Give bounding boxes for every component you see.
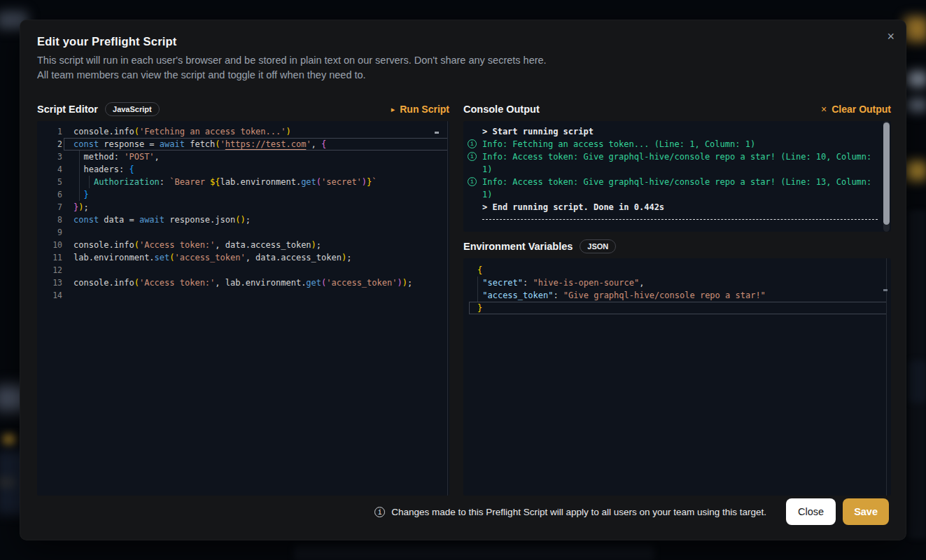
console-header: Console Output × Clear Output [463, 101, 891, 118]
console-entry-text: Info: Fetching an access token... (Line:… [482, 138, 878, 150]
overview-ruler-mark [435, 132, 439, 134]
indent-guide [477, 276, 478, 302]
console-entry-text: > End running script. Done in 0.442s [482, 201, 878, 214]
line-number: 1 [37, 125, 62, 138]
script-editor-heading: Script Editor [37, 104, 98, 115]
code-line[interactable]: 13console.info('Access token:', lab.envi… [37, 276, 449, 289]
line-number: 11 [37, 251, 62, 264]
script-editor[interactable]: 1console.info('Fetching an access token.… [37, 121, 449, 496]
background-blur-shape [3, 434, 15, 445]
run-script-button[interactable]: ▸ Run Script [391, 104, 449, 115]
line-number: 6 [37, 188, 62, 201]
editor-scroll-track [886, 258, 887, 496]
code-line[interactable]: 4 headers: { [37, 163, 449, 176]
line-number: 7 [37, 201, 62, 214]
environment-variables-header: Environment Variables JSON [463, 238, 891, 255]
script-editor-header: Script Editor JavaScript ▸ Run Script [37, 101, 449, 118]
line-number: 3 [37, 150, 62, 163]
info-icon: i [468, 152, 477, 161]
clear-output-button[interactable]: × Clear Output [821, 104, 891, 115]
close-button[interactable]: Close [786, 498, 836, 525]
play-icon: ▸ [391, 105, 395, 114]
console-separator-row [463, 214, 891, 220]
console-entry: iInfo: Access token: Give graphql-hive/c… [463, 150, 891, 176]
clear-output-label: Clear Output [832, 104, 891, 115]
console-entry-text: Info: Access token: Give graphql-hive/co… [482, 176, 878, 201]
env-line[interactable]: } [463, 302, 891, 314]
console-entry: iInfo: Fetching an access token... (Line… [463, 138, 891, 150]
console-entry-text: > Start running script [482, 125, 878, 138]
line-number: 2 [37, 138, 62, 150]
clear-icon: × [821, 104, 827, 115]
background-blur-shape [907, 71, 926, 87]
line-number: 10 [37, 239, 62, 251]
console-separator [482, 219, 878, 220]
line-number: 5 [37, 176, 62, 188]
footer-note-text: Changes made to this Preflight Script wi… [391, 507, 766, 517]
background-blur-shape [294, 545, 654, 560]
preflight-script-modal: × Edit your Preflight Script This script… [20, 20, 906, 540]
modal-description-line2: All team members can view the script and… [37, 69, 366, 80]
background-blur-shape [906, 161, 926, 181]
info-icon: i [468, 139, 477, 148]
code-line[interactable]: 14 [37, 289, 449, 302]
info-icon: i [374, 507, 385, 517]
background-blur-shape [907, 99, 926, 111]
info-icon: i [468, 177, 477, 186]
run-script-label: Run Script [400, 104, 449, 115]
console-icon-spacer [468, 214, 477, 220]
console-entry: iInfo: Access token: Give graphql-hive/c… [463, 176, 891, 201]
editor-scroll-track [447, 121, 448, 496]
console-entry: > End running script. Done in 0.442s [463, 201, 891, 214]
console-entry-text: Info: Access token: Give graphql-hive/co… [482, 150, 878, 176]
environment-variables-editor[interactable]: { "secret": "hive-is-open-source", "acce… [463, 258, 891, 496]
console-heading: Console Output [463, 104, 540, 115]
code-line[interactable]: 11lab.environment.set('access_token', da… [37, 251, 449, 264]
console-output-content: > Start running scriptiInfo: Fetching an… [463, 121, 891, 220]
modal-footer: i Changes made to this Preflight Script … [37, 498, 889, 525]
code-line[interactable]: 12 [37, 264, 449, 276]
console-output-panel: > Start running scriptiInfo: Fetching an… [463, 121, 891, 232]
line-number: 8 [37, 214, 62, 226]
code-line[interactable]: 6 } [37, 188, 449, 201]
code-line[interactable]: 10console.info('Access token:', data.acc… [37, 239, 449, 251]
line-number: 14 [37, 289, 62, 302]
page-title: Edit your Preflight Script [37, 35, 177, 48]
env-line[interactable]: { [463, 264, 891, 276]
background-blur-shape [909, 360, 926, 402]
script-editor-content[interactable]: 1console.info('Fetching an access token.… [37, 121, 449, 302]
line-number: 9 [37, 226, 62, 239]
background-blur-shape [904, 17, 926, 42]
code-line[interactable]: 8const data = await response.json(); [37, 214, 449, 226]
environment-variables-heading: Environment Variables [463, 241, 573, 252]
code-line[interactable]: 5 Authorization: `Bearer ${lab.environme… [37, 176, 449, 188]
code-line[interactable]: 9 [37, 226, 449, 239]
code-line[interactable]: 7}); [37, 201, 449, 214]
env-line[interactable]: "secret": "hive-is-open-source", [463, 276, 891, 289]
json-badge: JSON [580, 239, 616, 253]
console-icon-spacer [468, 125, 477, 138]
line-number: 12 [37, 264, 62, 276]
code-line[interactable]: 3 method: 'POST', [37, 150, 449, 163]
save-button[interactable]: Save [843, 498, 889, 525]
code-line[interactable]: 1console.info('Fetching an access token.… [37, 125, 449, 138]
modal-description-line1: This script will run in each user's brow… [37, 55, 547, 66]
console-scrollbar[interactable] [883, 122, 890, 225]
indent-guide [79, 150, 80, 201]
close-icon[interactable]: × [887, 30, 895, 43]
indent-guide [89, 176, 90, 188]
overview-ruler-mark [883, 289, 888, 291]
env-line[interactable]: "access_token": "Give graphql-hive/conso… [463, 289, 891, 302]
footer-note: i Changes made to this Preflight Script … [374, 507, 766, 517]
environment-variables-content[interactable]: { "secret": "hive-is-open-source", "acce… [463, 258, 891, 314]
line-number: 4 [37, 163, 62, 176]
console-entry: > Start running script [463, 125, 891, 138]
console-icon-spacer [468, 201, 477, 214]
line-number: 13 [37, 276, 62, 289]
code-line[interactable]: 2const response = await fetch('https://t… [37, 138, 449, 150]
javascript-badge: JavaScript [105, 102, 160, 116]
